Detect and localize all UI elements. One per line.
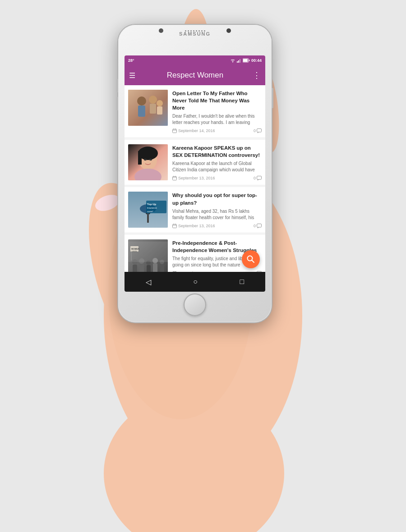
svg-point-37	[144, 159, 147, 161]
wifi-icon	[230, 58, 235, 63]
article-date: September 14, 2016	[172, 128, 215, 133]
svg-rect-40	[173, 177, 177, 180]
svg-rect-47	[147, 215, 149, 223]
article-excerpt: Dear Father, I wouldn't be alive when th…	[172, 113, 262, 126]
svg-rect-23	[138, 105, 145, 117]
article-comments: 0	[254, 128, 262, 133]
front-camera	[159, 28, 163, 33]
article-excerpt: Kareena Kapoor at the launch of Global C…	[172, 161, 262, 173]
svg-rect-18	[249, 60, 249, 61]
article-excerpt: Vishal Mehra, aged 32, has Rs 5 lakhs fa…	[172, 208, 262, 221]
article-thumbnail: WOMEN UNITE	[128, 239, 168, 275]
menu-button[interactable]: ☰	[129, 71, 135, 80]
front-camera-2	[226, 28, 231, 33]
article-meta: September 14, 2016 0	[172, 128, 262, 133]
svg-rect-54	[173, 224, 177, 228]
svg-rect-19	[243, 59, 248, 62]
svg-rect-14	[237, 61, 238, 63]
svg-rect-28	[173, 129, 177, 133]
svg-point-22	[137, 96, 146, 105]
search-icon	[247, 255, 255, 263]
svg-rect-25	[150, 104, 156, 114]
phone-body: SAMSUNG 28°	[118, 25, 272, 322]
article-meta: September 13, 2016 0	[172, 176, 262, 180]
article-item[interactable]: Kareena Kapoor SPEAKS up on SEX DETERMIN…	[125, 140, 265, 185]
svg-point-13	[232, 62, 233, 63]
status-bar: 28°	[125, 55, 265, 65]
svg-point-26	[157, 100, 163, 106]
article-title: Why should you opt for super top-up plan…	[172, 192, 262, 206]
brand-label: SAMSUNG	[179, 31, 211, 37]
calendar-icon	[172, 224, 177, 228]
article-thumb-image	[128, 90, 168, 126]
comment-icon	[257, 128, 262, 133]
physical-home-button[interactable]	[184, 294, 206, 316]
article-title: Kareena Kapoor SPEAKS up on SEX DETERMIN…	[172, 144, 262, 159]
article-thumb-image: Top Up insurance cover!	[128, 192, 168, 228]
home-button-nav[interactable]: ○	[189, 274, 201, 289]
back-button[interactable]: ◁	[142, 274, 155, 290]
volume-up-button[interactable]	[116, 79, 118, 92]
time-display: 00:44	[251, 58, 262, 63]
article-item[interactable]: Top Up insurance cover! Why should you o…	[125, 187, 265, 233]
article-content: Why should you opt for super top-up plan…	[172, 192, 262, 228]
svg-point-6	[104, 392, 284, 532]
recents-button[interactable]: □	[236, 274, 248, 289]
article-comments: 0	[254, 224, 262, 228]
article-meta: September 13, 2016 0	[172, 224, 262, 228]
volume-down-button[interactable]	[116, 97, 118, 110]
article-content: Kareena Kapoor SPEAKS up on SEX DETERMIN…	[172, 144, 262, 180]
svg-rect-16	[240, 59, 240, 63]
svg-rect-32	[257, 129, 262, 133]
svg-rect-58	[257, 224, 262, 227]
power-button[interactable]	[272, 88, 273, 108]
article-title: Open Letter To My Father Who Never Told …	[172, 90, 262, 111]
article-date: September 13, 2016	[172, 176, 215, 180]
svg-rect-15	[238, 60, 239, 63]
calendar-icon	[172, 176, 177, 180]
svg-point-38	[149, 159, 152, 161]
search-fab-button[interactable]	[242, 250, 260, 268]
svg-point-24	[149, 96, 157, 104]
svg-line-84	[252, 260, 254, 262]
svg-text:cover!: cover!	[147, 210, 153, 213]
svg-text:Top Up: Top Up	[147, 203, 157, 206]
calendar-icon	[172, 128, 177, 133]
article-thumb-image	[128, 144, 168, 180]
article-thumbnail	[128, 90, 168, 126]
app-toolbar: ☰ Respect Women ⋮	[125, 65, 265, 85]
phone: SAMSUNG 28°	[118, 25, 272, 322]
article-thumb-image: WOMEN UNITE	[128, 239, 168, 275]
article-comments: 0	[254, 176, 262, 180]
svg-point-11	[93, 192, 122, 214]
status-icons: 00:44	[230, 58, 262, 63]
signal-icon	[237, 58, 241, 63]
article-thumbnail: Top Up insurance cover!	[128, 192, 168, 228]
article-item[interactable]: Open Letter To My Father Who Never Told …	[125, 85, 265, 138]
svg-rect-44	[257, 176, 262, 180]
article-date: September 13, 2016	[172, 224, 215, 228]
android-nav-bar: ◁ ○ □	[125, 272, 265, 292]
article-content: Open Letter To My Father Who Never Told …	[172, 90, 262, 133]
article-thumbnail	[128, 144, 168, 180]
temperature-display: 28°	[128, 58, 134, 63]
phone-screen: 28°	[125, 55, 265, 292]
comment-icon	[257, 176, 262, 180]
svg-rect-74	[128, 242, 168, 262]
battery-icon	[243, 58, 250, 63]
scene: SAMSUNG 28°	[0, 0, 406, 532]
svg-rect-27	[157, 106, 162, 115]
more-options-button[interactable]: ⋮	[253, 70, 261, 80]
app-title: Respect Women	[142, 71, 248, 80]
svg-text:insurance: insurance	[147, 206, 157, 209]
comment-icon	[257, 224, 262, 228]
svg-rect-36	[138, 151, 142, 165]
